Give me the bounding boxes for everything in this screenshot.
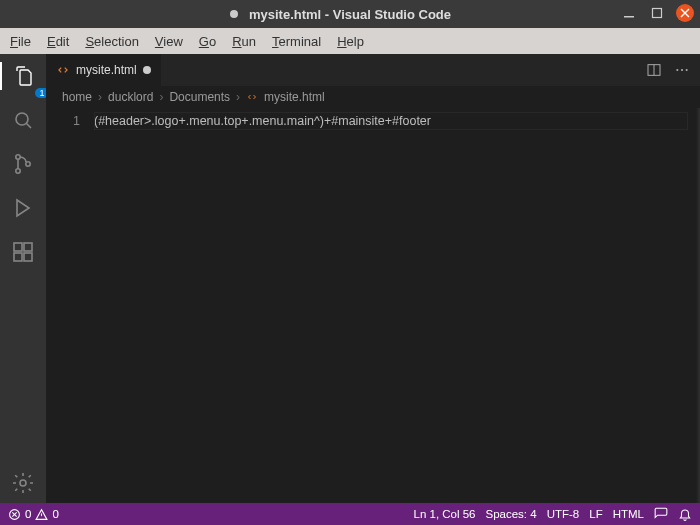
warning-count: 0 [52,508,58,520]
manage-gear-icon[interactable] [11,471,35,495]
menu-terminal[interactable]: Terminal [268,32,325,51]
window-maximize-button[interactable] [648,4,666,22]
code-content[interactable]: (#header>.logo+.menu.top+.menu.main^)+#m… [94,108,696,503]
tab-dirty-dot [143,66,151,74]
menu-file[interactable]: File [6,32,35,51]
chevron-right-icon: › [98,90,102,104]
editor-area: mysite.html home › ducklord › Documents … [46,54,700,503]
line-number-gutter: 1 [46,108,94,503]
tab-mysite[interactable]: mysite.html [46,54,162,86]
window-titlebar: mysite.html - Visual Studio Code [0,0,700,28]
svg-point-2 [16,113,28,125]
menu-edit[interactable]: Edit [43,32,73,51]
breadcrumb-part[interactable]: mysite.html [264,90,325,104]
svg-rect-8 [14,253,22,261]
status-indent[interactable]: Spaces: 4 [486,508,537,520]
status-cursor[interactable]: Ln 1, Col 56 [414,508,476,520]
breadcrumb[interactable]: home › ducklord › Documents › mysite.htm… [46,86,700,108]
window-close-button[interactable] [676,4,694,22]
svg-rect-6 [14,243,22,251]
menu-view[interactable]: View [151,32,187,51]
tab-label: mysite.html [76,63,137,77]
breadcrumb-part[interactable]: ducklord [108,90,153,104]
status-bell-icon[interactable] [678,507,692,521]
extensions-icon[interactable] [11,240,35,264]
svg-point-14 [686,69,688,71]
run-debug-icon[interactable] [11,196,35,220]
error-count: 0 [25,508,31,520]
menu-bar: File Edit Selection View Go Run Terminal… [0,28,700,54]
split-editor-icon[interactable] [646,62,662,78]
explorer-icon[interactable]: 1 [11,64,35,88]
minimap[interactable] [696,108,700,503]
breadcrumb-part[interactable]: Documents [169,90,230,104]
status-feedback-icon[interactable] [654,507,668,521]
svg-rect-7 [24,243,32,251]
chevron-right-icon: › [159,90,163,104]
menu-run[interactable]: Run [228,32,260,51]
source-control-icon[interactable] [11,152,35,176]
svg-rect-1 [653,9,662,18]
status-language[interactable]: HTML [613,508,644,520]
status-encoding[interactable]: UTF-8 [547,508,580,520]
code-line[interactable]: (#header>.logo+.menu.top+.menu.main^)+#m… [94,112,696,130]
svg-rect-0 [624,16,634,18]
line-number: 1 [46,112,80,130]
code-editor[interactable]: 1 (#header>.logo+.menu.top+.menu.main^)+… [46,108,700,503]
html-file-icon [56,63,70,77]
search-icon[interactable] [11,108,35,132]
tab-bar: mysite.html [46,54,700,86]
svg-point-10 [20,480,26,486]
chevron-right-icon: › [236,90,240,104]
titlebar-modified-dot [230,10,238,18]
svg-point-13 [681,69,683,71]
html-file-icon [246,91,258,103]
window-title: mysite.html - Visual Studio Code [249,7,451,22]
breadcrumb-part[interactable]: home [62,90,92,104]
svg-point-4 [16,169,20,173]
svg-point-3 [16,155,20,159]
status-problems[interactable]: 0 0 [8,508,59,521]
menu-selection[interactable]: Selection [81,32,142,51]
status-eol[interactable]: LF [589,508,602,520]
svg-rect-9 [24,253,32,261]
menu-go[interactable]: Go [195,32,220,51]
status-bar: 0 0 Ln 1, Col 56 Spaces: 4 UTF-8 LF HTML [0,503,700,525]
menu-help[interactable]: Help [333,32,368,51]
more-actions-icon[interactable] [674,62,690,78]
window-minimize-button[interactable] [620,4,638,22]
svg-point-5 [26,162,30,166]
active-indicator [0,62,2,90]
svg-point-12 [676,69,678,71]
activity-bar: 1 [0,54,46,503]
